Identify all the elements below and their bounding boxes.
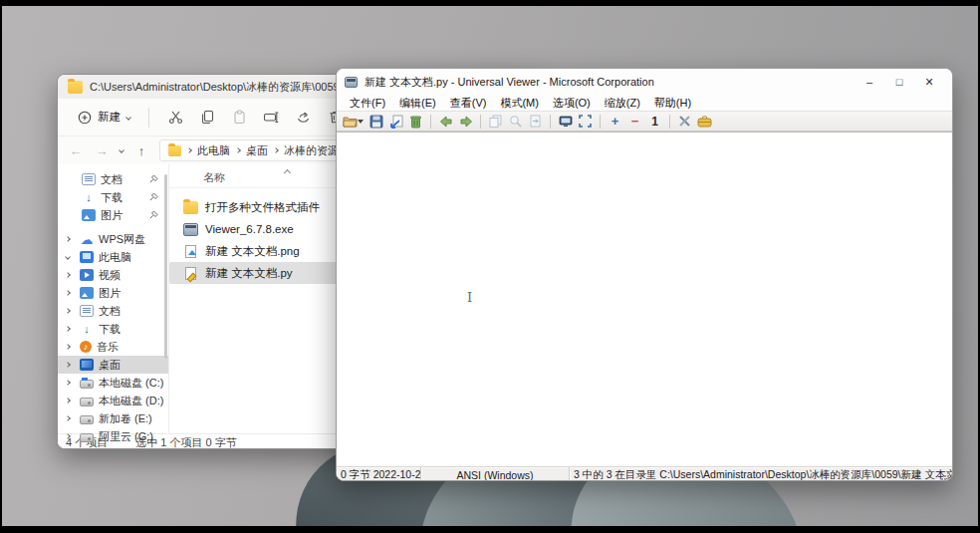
chevron-right-icon — [65, 380, 71, 386]
folder-icon — [168, 145, 181, 156]
chevron-right-icon — [65, 398, 71, 403]
forward-button[interactable]: → — [94, 143, 110, 158]
sidebar-item-this-pc[interactable]: 此电脑 — [58, 248, 168, 266]
paste-button[interactable] — [223, 105, 255, 131]
rename-button[interactable] — [255, 105, 287, 131]
menu-options[interactable]: 选项(O) — [546, 96, 598, 111]
share-button[interactable] — [287, 105, 319, 131]
viewer-title-bar[interactable]: 新建 文本文档.py - Universal Viewer - Microsof… — [337, 69, 952, 95]
sidebar-item-pictures[interactable]: 图片 — [58, 284, 168, 302]
menu-view[interactable]: 查看(V) — [443, 96, 494, 111]
copy-button[interactable] — [191, 105, 223, 131]
find-button-disabled[interactable] — [506, 113, 525, 131]
resize-grip[interactable] — [940, 471, 950, 481]
toolbar-divider — [148, 108, 149, 128]
chevron-right-icon — [65, 290, 71, 296]
status-encoding: ANSI (Windows) — [421, 467, 570, 481]
file-row-png[interactable]: 新建 文本文档.png — [169, 240, 341, 262]
back-button[interactable]: ← — [68, 143, 84, 158]
drive-icon — [80, 398, 94, 406]
save-as-button[interactable] — [386, 113, 405, 131]
previous-file-button[interactable] — [436, 113, 455, 131]
sidebar-item-music[interactable]: ♪ 音乐 — [58, 338, 168, 356]
chevron-right-icon — [65, 344, 71, 350]
plus-circle-icon — [78, 111, 92, 125]
sidebar-item-documents[interactable]: 文档 — [58, 302, 168, 320]
rename-icon — [263, 110, 279, 125]
cut-button[interactable] — [159, 105, 191, 131]
file-row-py-selected[interactable]: 新建 文本文档.py — [169, 262, 341, 284]
goto-button-disabled[interactable] — [526, 113, 545, 131]
copy-pages-icon — [489, 115, 502, 128]
minimize-button[interactable]: – — [855, 71, 884, 93]
menu-file[interactable]: 文件(F) — [343, 96, 392, 111]
zoom-actual-size-button[interactable]: 1 — [645, 113, 664, 131]
zoom-out-button[interactable]: − — [625, 113, 644, 131]
fullscreen-button[interactable] — [576, 113, 595, 131]
maximize-button[interactable]: □ — [884, 71, 914, 93]
next-file-button[interactable] — [456, 113, 475, 131]
configuration-button[interactable] — [675, 113, 694, 131]
file-row-viewer-exe[interactable]: Viewer_6.7.8.exe — [169, 218, 341, 240]
sidebar-item-documents-pinned[interactable]: 文档 — [58, 170, 168, 188]
viewer-toolbar: + − 1 — [337, 111, 952, 132]
copy-button-disabled[interactable] — [486, 113, 505, 131]
open-folder-icon — [343, 115, 358, 128]
sidebar-item-disk-g[interactable]: 阿里云 (G:) — [58, 427, 168, 445]
menu-mode[interactable]: 模式(M) — [493, 96, 546, 111]
toolbar-separator — [669, 115, 670, 129]
image-file-icon — [185, 245, 196, 258]
sidebar-label: WPS网盘 — [99, 232, 145, 247]
chevron-right-icon — [65, 236, 71, 242]
one-icon: 1 — [651, 116, 658, 128]
screen: C:\Users\Administrator\Desktop\冰棒的资源库\00… — [0, 0, 980, 533]
status-size-date: 0 字节 2022-10-26 14:38 — [337, 467, 421, 481]
clipboard-icon — [232, 110, 247, 125]
sidebar-item-disk-d[interactable]: 本地磁盘 (D:) — [58, 392, 168, 409]
file-name: 打开多种文件格式插件 — [205, 200, 320, 215]
sidebar-item-disk-c[interactable]: 本地磁盘 (C:) — [58, 374, 168, 392]
goto-page-icon — [529, 115, 542, 128]
ibeam-cursor: I — [467, 290, 472, 305]
breadcrumb-desktop[interactable]: 桌面 — [246, 143, 268, 158]
plugins-button[interactable] — [695, 113, 714, 131]
save-floppy-icon — [369, 115, 383, 129]
sidebar-label: 下载 — [101, 190, 122, 205]
sidebar-item-wps-cloud[interactable]: ☁ WPS网盘 — [58, 230, 168, 248]
delete-file-button[interactable] — [406, 113, 425, 131]
sidebar-item-disk-e[interactable]: 新加卷 (E:) — [58, 409, 168, 427]
up-button[interactable]: ↑ — [133, 143, 149, 158]
sidebar-label: 图片 — [99, 286, 121, 301]
sidebar-item-downloads-pinned[interactable]: ↓ 下载 — [58, 188, 168, 206]
save-button[interactable] — [367, 113, 385, 131]
sidebar-item-desktop[interactable]: 桌面 — [58, 356, 168, 374]
sidebar-item-downloads[interactable]: ↓ 下载 — [58, 320, 168, 338]
menu-zoom[interactable]: 缩放(Z) — [598, 96, 647, 111]
video-icon — [80, 269, 94, 281]
chevron-right-icon — [65, 433, 71, 439]
open-dropdown-icon[interactable] — [358, 120, 364, 124]
sidebar-item-pictures-pinned[interactable]: 图片 — [58, 206, 168, 224]
python-file-icon — [185, 267, 196, 280]
close-button[interactable]: ✕ — [914, 71, 944, 93]
computer-icon — [80, 251, 94, 263]
sidebar-label: 本地磁盘 (C:) — [99, 376, 163, 391]
breadcrumb-this-pc[interactable]: 此电脑 — [197, 143, 230, 158]
export-arrow-icon — [389, 115, 403, 129]
sidebar-scrollbar[interactable] — [164, 174, 167, 359]
file-name: 新建 文本文档.py — [205, 266, 293, 281]
new-button[interactable]: 新建 — [70, 106, 138, 129]
zoom-in-button[interactable]: + — [606, 113, 624, 131]
recent-locations-chevron-icon[interactable] — [119, 147, 124, 153]
viewer-title: 新建 文本文档.py - Universal Viewer - Microsof… — [365, 75, 654, 90]
menu-edit[interactable]: 编辑(E) — [392, 96, 443, 111]
file-row-plugin-folder[interactable]: 打开多种文件格式插件 — [169, 196, 341, 218]
screen-mode-button[interactable] — [556, 113, 575, 131]
menu-help[interactable]: 帮助(H) — [647, 96, 698, 111]
column-header-label: 名称 — [203, 170, 225, 185]
magnifier-icon — [509, 115, 522, 128]
sidebar-item-videos[interactable]: 视频 — [58, 266, 168, 284]
sidebar-label: 本地磁盘 (D:) — [99, 394, 163, 408]
download-icon: ↓ — [82, 191, 96, 203]
viewer-content-area[interactable]: I — [337, 132, 952, 466]
